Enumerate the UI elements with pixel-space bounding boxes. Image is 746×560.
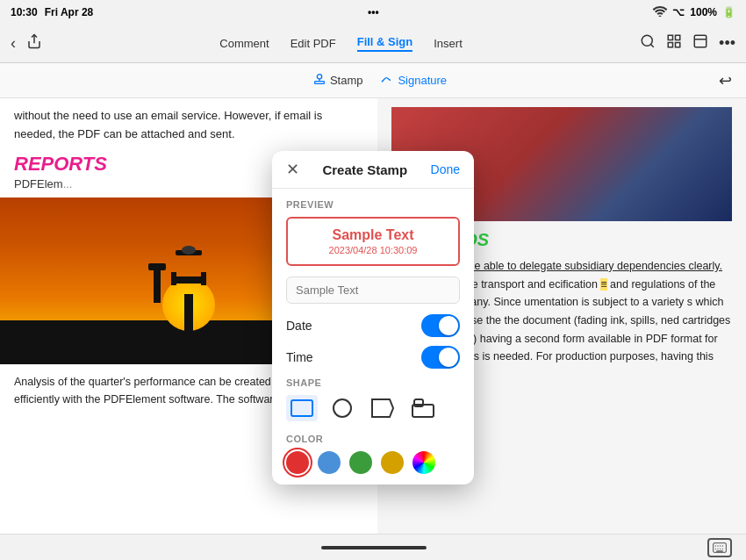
bottom-bar — [0, 534, 746, 560]
svg-marker-20 — [372, 399, 393, 417]
modal-close-button[interactable]: ✕ — [286, 162, 299, 177]
toolbar: ‹ Comment Edit PDF Fill & Sign Insert ••… — [0, 25, 746, 63]
battery-icon: 🔋 — [722, 6, 735, 18]
shape-selector — [286, 395, 460, 421]
shape-rect-item[interactable] — [286, 395, 318, 421]
toolbar-fill-sign[interactable]: Fill & Sign — [357, 35, 413, 52]
toolbar-left: ‹ — [11, 33, 42, 54]
svg-rect-18 — [201, 272, 206, 285]
more-options-button[interactable]: ••• — [719, 34, 735, 53]
status-day: Fri Apr 28 — [45, 6, 94, 18]
stamp-preview-date: 2023/04/28 10:30:09 — [300, 245, 446, 255]
svg-rect-15 — [148, 263, 166, 270]
shape-chevron-icon — [370, 398, 395, 419]
signature-icon — [380, 72, 394, 89]
toolbar-insert[interactable]: Insert — [434, 37, 463, 50]
modal-done-button[interactable]: Done — [431, 162, 460, 176]
pdf-left-intro-text: without the need to use an email service… — [0, 98, 377, 144]
stamp-preview-title: Sample Text — [300, 227, 446, 243]
status-left: 10:30 Fri Apr 28 — [11, 6, 93, 18]
shape-section-label: SHAPE — [286, 377, 460, 388]
undo-button[interactable]: ↩ — [719, 71, 732, 90]
modal-header: ✕ Create Stamp Done — [272, 151, 474, 189]
shape-tab-icon — [411, 398, 435, 419]
more-icon: ••• — [368, 6, 379, 18]
time-label: Time — [286, 350, 313, 364]
wifi-icon — [653, 6, 667, 19]
shape-tab-item[interactable] — [407, 395, 439, 421]
svg-point-1 — [642, 35, 652, 46]
svg-point-19 — [182, 246, 196, 255]
svg-rect-10 — [315, 82, 325, 84]
content-area: without the need to use an email service… — [0, 98, 746, 560]
date-toggle[interactable] — [421, 314, 460, 337]
date-toggle-row: Date — [286, 314, 460, 337]
signature-tool[interactable]: Signature — [380, 72, 447, 89]
grid-button[interactable] — [666, 33, 682, 54]
modal-title: Create Stamp — [299, 162, 431, 177]
keyboard-icon[interactable] — [707, 538, 732, 557]
time-toggle[interactable] — [421, 346, 460, 369]
svg-rect-14 — [154, 268, 161, 303]
color-section-label: COLOR — [286, 434, 460, 444]
modal-body: PREVIEW Sample Text 2023/04/28 10:30:09 … — [272, 189, 474, 485]
create-stamp-modal: ✕ Create Stamp Done PREVIEW Sample Text … — [272, 151, 474, 485]
color-blue[interactable] — [318, 451, 341, 474]
preview-label: PREVIEW — [286, 199, 460, 210]
shape-circle-item[interactable] — [326, 395, 358, 421]
stamp-icon — [312, 72, 326, 89]
svg-line-2 — [651, 44, 654, 47]
stamp-tool[interactable]: Stamp — [312, 72, 363, 89]
stamp-label: Stamp — [330, 74, 363, 87]
status-time: 10:30 — [11, 6, 38, 18]
svg-rect-5 — [676, 43, 680, 47]
oil-pump-icon — [136, 224, 241, 338]
svg-rect-4 — [676, 35, 680, 39]
shape-chevron-item[interactable] — [367, 395, 398, 421]
highlight-memo: ≡ — [600, 278, 606, 291]
svg-rect-6 — [668, 43, 672, 47]
svg-rect-7 — [694, 35, 707, 47]
page-button[interactable] — [692, 33, 708, 54]
battery-text: 100% — [690, 6, 717, 18]
search-button[interactable] — [640, 33, 656, 54]
color-red[interactable] — [286, 451, 309, 474]
secondary-toolbar: Stamp Signature ↩ — [0, 63, 746, 98]
signature-label: Signature — [398, 74, 447, 87]
share-button[interactable] — [26, 33, 42, 54]
bluetooth-icon: ⌥ — [672, 6, 685, 18]
color-yellow[interactable] — [381, 451, 404, 474]
time-toggle-row: Time — [286, 346, 460, 369]
color-wheel[interactable] — [412, 451, 435, 474]
shape-rect-icon — [291, 399, 313, 417]
shape-circle-icon — [333, 398, 352, 418]
color-selector — [286, 451, 460, 474]
color-green[interactable] — [349, 451, 372, 474]
status-bar: 10:30 Fri Apr 28 ••• ⌥ 100% 🔋 — [0, 0, 746, 25]
toolbar-right: ••• — [640, 33, 735, 54]
svg-point-9 — [317, 75, 321, 79]
date-label: Date — [286, 319, 312, 333]
stamp-preview: Sample Text 2023/04/28 10:30:09 — [286, 217, 460, 266]
secondary-toolbar-center: Stamp Signature — [312, 72, 447, 89]
svg-rect-3 — [668, 35, 672, 39]
stamp-text-input[interactable] — [286, 276, 460, 304]
svg-rect-12 — [184, 294, 193, 338]
status-right: ⌥ 100% 🔋 — [653, 6, 735, 19]
svg-rect-17 — [171, 272, 176, 285]
toolbar-center: Comment Edit PDF Fill & Sign Insert — [219, 35, 462, 52]
home-indicator — [321, 546, 427, 549]
back-button[interactable]: ‹ — [11, 34, 16, 53]
toolbar-edit-pdf[interactable]: Edit PDF — [291, 37, 336, 50]
toolbar-comment[interactable]: Comment — [219, 37, 269, 50]
